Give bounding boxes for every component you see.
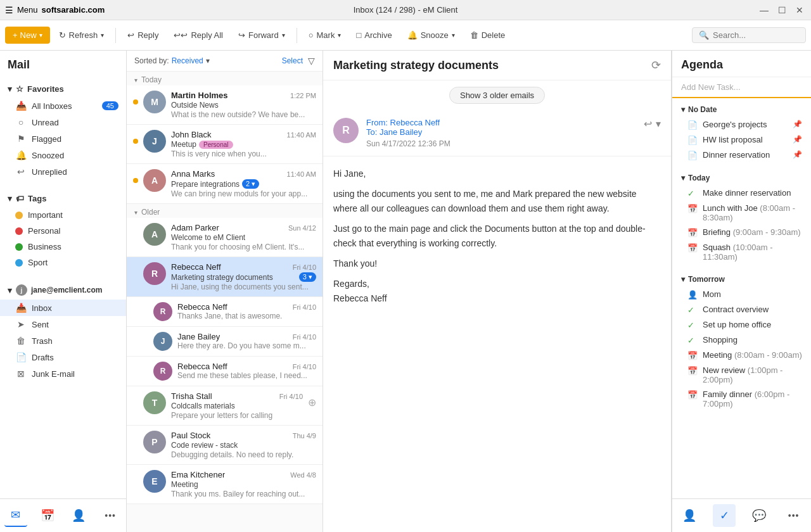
agenda-time: (10:00am - 11:30am) — [703, 243, 773, 262]
no-date-header[interactable]: ▾ No Date — [672, 102, 811, 117]
check-icon: ✓ — [687, 320, 698, 330]
agenda-item[interactable]: ✓ Set up home office — [672, 317, 811, 332]
tomorrow-chevron-icon: ▾ — [681, 275, 685, 284]
agenda-nav-check-button[interactable]: ✓ — [713, 504, 736, 527]
sidebar-item-sport[interactable]: Sport — [0, 255, 126, 270]
today-label: Today — [141, 75, 162, 84]
agenda-item-text: HW list proposal — [703, 135, 763, 144]
reply-quick-icon[interactable]: ↩ — [644, 118, 652, 130]
email-content: Trisha Stall Fri 4/10 Coldcalls material… — [171, 391, 303, 420]
mark-button[interactable]: ○ Mark ▾ — [302, 27, 348, 44]
maximize-button[interactable]: ☐ — [776, 4, 788, 16]
agenda-item[interactable]: 📄 George's projects 📌 — [672, 117, 811, 132]
reply-button[interactable]: ↩ Reply — [121, 27, 165, 44]
inbox-label: Inbox — [32, 303, 52, 313]
sidebar-item-flagged[interactable]: ⚑ Flagged — [0, 130, 126, 147]
email-item[interactable]: R Rebecca Neff Fri 4/10 Thanks Jane, tha… — [127, 297, 322, 327]
sort-control[interactable]: Sorted by: Received ▾ — [134, 56, 210, 65]
agenda-item[interactable]: ✓ Contract overview — [672, 302, 811, 317]
agenda-item[interactable]: 📅 Meeting (8:00am - 9:00am) — [672, 348, 811, 363]
add-icon[interactable]: ⊕ — [308, 396, 316, 408]
sync-icon[interactable]: ⟳ — [651, 58, 661, 72]
email-item[interactable]: R Rebecca Neff Fri 4/10 Send me these ta… — [127, 357, 322, 386]
nav-more-button[interactable]: ••• — [99, 504, 122, 527]
list-actions: Select ▽ — [282, 56, 315, 66]
select-button[interactable]: Select — [282, 56, 303, 65]
email-item[interactable]: A Anna Marks 11:40 AM Prepare integratio… — [127, 164, 322, 204]
sidebar-item-snoozed[interactable]: 🔔 Snoozed — [0, 147, 126, 163]
forward-button[interactable]: ↪ Forward ▾ — [232, 27, 291, 44]
email-preview: Thank you for choosing eM Client. It's..… — [171, 243, 316, 251]
minimize-button[interactable]: — — [758, 4, 770, 16]
sidebar-item-inbox[interactable]: 📥 Inbox — [0, 300, 126, 316]
sidebar-item-junk[interactable]: ⊠ Junk E-mail — [0, 365, 126, 382]
email-item[interactable]: E Ema Kitchener Wed 4/8 Meeting Thank yo… — [127, 465, 322, 504]
add-task-field[interactable]: Add New Task... — [672, 77, 811, 98]
sidebar-item-sent[interactable]: ➤ Sent — [0, 316, 126, 332]
agenda-nav-person-button[interactable]: 👤 — [678, 504, 701, 527]
sidebar-item-important[interactable]: Important — [0, 207, 126, 223]
older-collapse-icon[interactable]: ▾ — [134, 209, 137, 216]
menu-icon[interactable]: ☰ — [5, 5, 13, 15]
agenda-item[interactable]: 📅 Briefing (9:00am - 9:30am) — [672, 225, 811, 240]
agenda-item[interactable]: 📄 HW list proposal 📌 — [672, 132, 811, 148]
delete-button[interactable]: 🗑 Delete — [464, 27, 512, 44]
agenda-item[interactable]: 📅 Lunch with Joe (8:00am - 8:30am) — [672, 201, 811, 225]
email-item[interactable]: P Paul Stock Thu 4/9 Code review - stack… — [127, 426, 322, 465]
archive-button[interactable]: □ Archive — [350, 27, 398, 44]
email-item[interactable]: J Jane Bailey Fri 4/10 Here they are. Do… — [127, 327, 322, 357]
today-collapse-icon[interactable]: ▾ — [134, 77, 137, 84]
nav-contacts-button[interactable]: 👤 — [67, 504, 90, 527]
nav-mail-button[interactable]: ✉ — [4, 504, 27, 527]
sidebar-item-all-inboxes[interactable]: 📥 All Inboxes 45 — [0, 98, 126, 114]
menu-label[interactable]: Menu — [17, 5, 38, 15]
nav-calendar-button[interactable]: 📅 — [36, 504, 59, 527]
email-item[interactable]: M Martin Holmes 1:22 PM Outside News Wha… — [127, 86, 322, 125]
email-item[interactable]: A Adam Parker Sun 4/12 Welcome to eM Cli… — [127, 218, 322, 257]
reply-icon: ↩ — [127, 30, 134, 40]
email-list-header: Sorted by: Received ▾ Select ▽ — [127, 51, 322, 72]
agenda-item[interactable]: 👤 Mom — [672, 287, 811, 302]
agenda-nav-chat-button[interactable]: 💬 — [748, 504, 770, 527]
all-inboxes-badge: 45 — [102, 101, 118, 110]
sender-name[interactable]: Rebecca Neff — [390, 118, 440, 127]
search-input[interactable] — [713, 30, 799, 40]
recipient-name[interactable]: Jane Bailey — [380, 127, 422, 137]
email-item[interactable]: T Trisha Stall Fri 4/10 Coldcalls materi… — [127, 386, 322, 426]
snooze-button[interactable]: 🔔 Snooze ▾ — [401, 27, 461, 44]
reply-all-button[interactable]: ↩↩ Reply All — [167, 27, 229, 44]
sidebar-item-business[interactable]: Business — [0, 239, 126, 255]
email-content: John Black 11:40 AM Meetup Personal This… — [171, 130, 316, 158]
unread-dot — [133, 99, 138, 104]
body-greeting: Hi Jane, — [333, 167, 661, 180]
agenda-item[interactable]: 📅 Family dinner (6:00pm - 7:00pm) — [672, 387, 811, 411]
tags-header[interactable]: ▾ 🏷 Tags — [0, 190, 126, 207]
show-older-emails-button[interactable]: Show 3 older emails — [449, 87, 545, 104]
email-item[interactable]: R Rebecca Neff Fri 4/10 Marketing strate… — [127, 257, 322, 297]
sidebar-item-trash[interactable]: 🗑 Trash — [0, 332, 126, 349]
star-icon: ☆ — [16, 84, 23, 94]
sidebar-item-drafts[interactable]: 📄 Drafts — [0, 349, 126, 365]
email-subject: Code review - stack — [171, 441, 316, 450]
sidebar-item-personal[interactable]: Personal — [0, 223, 126, 239]
account-header[interactable]: ▾ j jane@emclient.com — [0, 281, 126, 300]
agenda-item[interactable]: 📄 Dinner reservation 📌 — [672, 148, 811, 163]
filter-icon[interactable]: ▽ — [308, 56, 315, 66]
agenda-item[interactable]: ✓ Make dinner reservation — [672, 186, 811, 201]
agenda-item[interactable]: 📅 New review (1:00pm - 2:00pm) — [672, 363, 811, 387]
sidebar-item-unread[interactable]: ○ Unread — [0, 114, 126, 130]
email-item[interactable]: J John Black 11:40 AM Meetup Personal Th… — [127, 125, 322, 164]
email-content: Adam Parker Sun 4/12 Welcome to eM Clien… — [171, 223, 316, 251]
tomorrow-agenda-header[interactable]: ▾ Tomorrow — [672, 272, 811, 287]
sidebar-item-unreplied[interactable]: ↩ Unreplied — [0, 163, 126, 180]
close-button[interactable]: ✕ — [793, 4, 806, 16]
agenda-nav-more-button[interactable]: ••• — [782, 504, 805, 527]
window-title: Inbox (124 / 298) - eM Client — [354, 5, 458, 15]
favorites-header[interactable]: ▾ ☆ Favorites — [0, 80, 126, 98]
new-button[interactable]: + New ▾ — [5, 27, 50, 44]
expand-icon[interactable]: ▾ — [656, 118, 661, 130]
refresh-button[interactable]: ↻ Refresh ▾ — [53, 27, 111, 44]
agenda-item[interactable]: ✓ Shopping — [672, 332, 811, 348]
today-agenda-header[interactable]: ▾ Today — [672, 170, 811, 186]
agenda-item[interactable]: 📅 Squash (10:00am - 11:30am) — [672, 240, 811, 264]
